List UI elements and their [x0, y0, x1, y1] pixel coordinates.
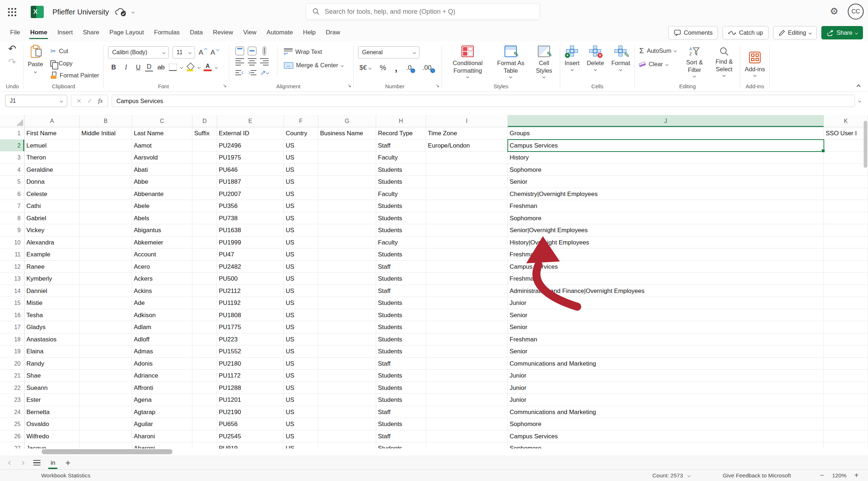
cell-J11[interactable]: Freshman: [508, 248, 824, 261]
cell-I18[interactable]: [426, 333, 508, 346]
cell-C14[interactable]: Ackins: [132, 285, 192, 297]
cell-D26[interactable]: [192, 430, 217, 443]
tab-share[interactable]: Share: [78, 25, 104, 40]
cell-J5[interactable]: Senior: [508, 176, 824, 188]
cell-E27[interactable]: PU919: [217, 442, 284, 448]
row-header-19[interactable]: 19: [0, 345, 25, 358]
cell-A6[interactable]: Celeste: [25, 188, 80, 200]
zoom-in-button[interactable]: +: [854, 471, 859, 480]
cell-G22[interactable]: [318, 382, 376, 394]
cell-K10[interactable]: [824, 237, 868, 249]
cell-A20[interactable]: Randy: [25, 358, 80, 370]
row-header-4[interactable]: 4: [0, 164, 25, 176]
cell-D27[interactable]: [192, 442, 217, 448]
cell-E1[interactable]: External ID: [217, 127, 284, 140]
cell-B1[interactable]: Middle Initial: [80, 127, 132, 140]
cell-F25[interactable]: US: [284, 418, 318, 430]
cell-G7[interactable]: [318, 200, 376, 212]
cell-I5[interactable]: [426, 176, 508, 188]
cell-G4[interactable]: [318, 164, 376, 176]
cell-K3[interactable]: [824, 152, 868, 164]
cell-H18[interactable]: Students: [376, 333, 426, 346]
add-sheet-button[interactable]: +: [65, 459, 71, 467]
sheet-list-icon[interactable]: [33, 460, 41, 466]
cell-B5[interactable]: [80, 176, 132, 188]
cell-K8[interactable]: [824, 212, 868, 225]
cell-K9[interactable]: [824, 224, 868, 237]
tab-review[interactable]: Review: [208, 25, 238, 40]
cell-B10[interactable]: [80, 237, 132, 249]
align-top-button[interactable]: [235, 47, 244, 55]
cell-I2[interactable]: Europe/London: [426, 140, 508, 152]
cell-C2[interactable]: Aamot: [132, 140, 192, 152]
cell-D4[interactable]: [192, 164, 217, 176]
cell-E15[interactable]: PU1192: [217, 297, 284, 309]
cell-E3[interactable]: PU1975: [217, 152, 284, 164]
cell-E10[interactable]: PU1999: [217, 237, 284, 249]
insert-cells-button[interactable]: + Insert: [565, 46, 579, 71]
cell-G21[interactable]: [318, 370, 376, 382]
cell-H23[interactable]: Students: [376, 394, 426, 406]
underline-button[interactable]: U: [133, 64, 144, 71]
row-header-18[interactable]: 18: [0, 333, 25, 346]
cell-C17[interactable]: Adlam: [132, 321, 192, 333]
cell-K27[interactable]: [824, 442, 868, 448]
horizontal-scrollbar-thumb[interactable]: [42, 449, 173, 454]
fill-color-icon[interactable]: [186, 63, 194, 71]
cell-E9[interactable]: PU1638: [217, 224, 284, 237]
delete-cells-button[interactable]: × Delete: [587, 46, 604, 71]
cell-J10[interactable]: History|Overnight Employees: [508, 237, 824, 249]
cell-C7[interactable]: Abele: [132, 200, 192, 212]
cell-H8[interactable]: Students: [376, 212, 426, 225]
row-header-25[interactable]: 25: [0, 418, 25, 430]
catch-up-button[interactable]: Catch up: [723, 26, 768, 39]
cell-B7[interactable]: [80, 200, 132, 212]
addins-button[interactable]: Add-ins: [745, 52, 765, 77]
cell-B13[interactable]: [80, 273, 132, 285]
column-header-K[interactable]: K: [824, 115, 868, 127]
confirm-entry-icon[interactable]: ✓: [87, 97, 92, 105]
cell-G11[interactable]: [318, 248, 376, 261]
cell-D19[interactable]: [192, 345, 217, 358]
font-name-select[interactable]: Calibri (Body): [108, 46, 169, 59]
align-left-button[interactable]: [235, 58, 244, 66]
cell-E26[interactable]: PU2545: [217, 430, 284, 443]
cell-K24[interactable]: [824, 406, 868, 418]
cell-B21[interactable]: [80, 370, 132, 382]
font-size-select[interactable]: 11: [173, 46, 195, 59]
cell-A21[interactable]: Shae: [25, 370, 80, 382]
cell-A1[interactable]: First Name: [25, 127, 80, 140]
cell-H20[interactable]: Staff: [376, 358, 426, 370]
cell-K2[interactable]: [824, 140, 868, 152]
cell-J2[interactable]: Campus Services: [508, 140, 824, 152]
cell-I16[interactable]: [426, 309, 508, 322]
orientation-button[interactable]: ⇗: [260, 69, 269, 77]
cell-D24[interactable]: [192, 406, 217, 418]
cell-D18[interactable]: [192, 333, 217, 346]
share-button[interactable]: Share: [821, 26, 863, 39]
cell-F9[interactable]: US: [284, 224, 318, 237]
cell-K26[interactable]: [824, 430, 868, 443]
cell-C1[interactable]: Last Name: [132, 127, 192, 140]
cell-B8[interactable]: [80, 212, 132, 225]
cell-I19[interactable]: [426, 345, 508, 358]
cell-F26[interactable]: US: [284, 430, 318, 443]
cell-F19[interactable]: US: [284, 345, 318, 358]
cell-H1[interactable]: Record Type: [376, 127, 426, 140]
cell-G27[interactable]: [318, 442, 376, 448]
cell-E17[interactable]: PU1775: [217, 321, 284, 333]
cell-D23[interactable]: [192, 394, 217, 406]
row-header-15[interactable]: 15: [0, 297, 25, 309]
cell-C22[interactable]: Affronti: [132, 382, 192, 394]
title-dropdown-chevron-icon[interactable]: [132, 10, 135, 13]
row-header-13[interactable]: 13: [0, 273, 25, 285]
cell-K7[interactable]: [824, 200, 868, 212]
cell-H12[interactable]: Staff: [376, 261, 426, 273]
cell-G25[interactable]: [318, 418, 376, 430]
cell-A7[interactable]: Cathi: [25, 200, 80, 212]
cell-D17[interactable]: [192, 321, 217, 333]
cell-F6[interactable]: US: [284, 188, 318, 200]
settings-gear-icon[interactable]: ⚙: [830, 6, 838, 17]
cell-K16[interactable]: [824, 309, 868, 322]
cell-E5[interactable]: PU1887: [217, 176, 284, 188]
